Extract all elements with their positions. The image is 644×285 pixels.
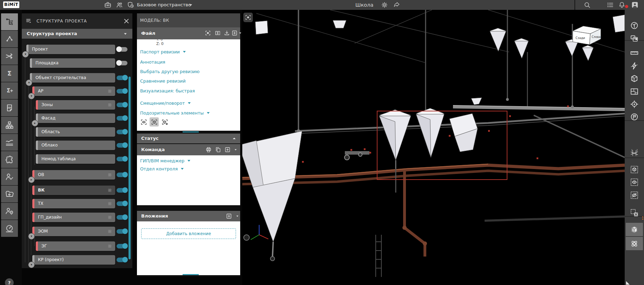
- team-link-1[interactable]: ГИП/BIM менеджер: [140, 158, 190, 163]
- left-tool-user-location[interactable]: [1, 203, 18, 220]
- tree-item-Объект строительства[interactable]: Объект строительства: [30, 73, 115, 83]
- expand-collapse-icon[interactable]: ▾: [28, 93, 35, 99]
- file-link-2[interactable]: Аннотация: [140, 59, 165, 65]
- tree-item-ЭГ[interactable]: ЭГ: [36, 241, 115, 251]
- ruler-icon[interactable]: [630, 48, 639, 57]
- left-tool-sheet-2d[interactable]: 2D: [1, 99, 18, 116]
- visibility-toggle-АР[interactable]: [117, 89, 127, 93]
- tree-item-ЭОМ[interactable]: ЭОМ: [32, 227, 115, 236]
- file-link-6[interactable]: Смещение/поворот: [140, 101, 191, 106]
- isolate-cube-icon[interactable]: [630, 165, 639, 174]
- visibility-toggle-ТХ[interactable]: [117, 201, 127, 206]
- expand-collapse-icon[interactable]: ▾: [28, 233, 35, 240]
- tree-item-ОВ[interactable]: ОВ: [32, 170, 115, 180]
- briefcase-icon[interactable]: [104, 1, 112, 9]
- view-cube[interactable]: Сзади Слева: [573, 26, 601, 45]
- left-tool-gauge[interactable]: [1, 220, 18, 237]
- expand-collapse-icon[interactable]: ▾: [28, 261, 35, 268]
- expand-collapse-icon[interactable]: ▾: [22, 51, 29, 58]
- split-view-icon[interactable]: [215, 30, 221, 36]
- team-section-header[interactable]: Команда: [137, 144, 240, 155]
- flag-icon[interactable]: [630, 112, 639, 121]
- download-icon[interactable]: [224, 30, 230, 36]
- orbit-icon[interactable]: [630, 239, 639, 248]
- left-tool-project-structure[interactable]: [1, 13, 18, 30]
- section-cube-icon[interactable]: [630, 74, 639, 83]
- select-shape-icon[interactable]: [630, 34, 639, 43]
- focus-frame-icon[interactable]: [205, 30, 211, 36]
- left-tool-folder-import[interactable]: [1, 186, 18, 202]
- left-tool-hierarchy[interactable]: [1, 117, 18, 134]
- hide-eye-icon[interactable]: [630, 191, 639, 200]
- chevron-down-icon[interactable]: [235, 213, 240, 219]
- tree-item-Проект[interactable]: Проект: [26, 45, 115, 54]
- structure-dropdown[interactable]: Структура проекта: [22, 29, 132, 39]
- view-button-cube-dot-frame[interactable]: [160, 117, 169, 127]
- status-section-header[interactable]: Статус: [137, 134, 240, 143]
- panel-resize-handle[interactable]: [626, 281, 630, 285]
- attachments-section-header[interactable]: Вложения: [137, 211, 240, 221]
- expand-open-icon[interactable]: ▸: [28, 176, 35, 183]
- visibility-toggle-ЭГ[interactable]: [117, 244, 127, 248]
- add-attachment-button[interactable]: Добавить вложение: [141, 228, 236, 239]
- workspace-selector[interactable]: Базовое пространство: [137, 0, 191, 10]
- list-icon[interactable]: [606, 1, 614, 9]
- target-icon[interactable]: [630, 100, 639, 109]
- visibility-toggle-Фасад[interactable]: [117, 116, 127, 121]
- tree-item-Облако[interactable]: Облако: [36, 141, 115, 150]
- visibility-toggle-Облако[interactable]: [117, 143, 127, 148]
- help-button[interactable]: ?: [5, 278, 14, 285]
- viewport-focus-button[interactable]: [243, 13, 253, 22]
- left-tool-sum-plus[interactable]: Σ: [1, 82, 18, 99]
- file-link-3[interactable]: Выбрать другую ревизию: [140, 69, 199, 74]
- chevron-down-icon[interactable]: [238, 30, 243, 36]
- left-tool-node-link[interactable]: [1, 31, 18, 47]
- clear-selection-icon[interactable]: [630, 208, 639, 217]
- chevron-down-icon[interactable]: [233, 147, 238, 153]
- left-tool-sum[interactable]: Σ: [1, 65, 18, 82]
- chevron-down-icon[interactable]: [187, 1, 194, 8]
- plant-icon[interactable]: [630, 21, 639, 30]
- file-link-4[interactable]: Сравнение ревизий: [140, 78, 186, 84]
- 3d-scene[interactable]: Сзади Слева: [242, 10, 625, 285]
- left-tool-trend-chart[interactable]: [1, 134, 18, 151]
- menu-indent-icon[interactable]: [25, 17, 33, 25]
- add-box-icon[interactable]: [226, 213, 232, 219]
- file-link-1[interactable]: Паспорт ревизии: [140, 49, 186, 54]
- tree-item-ВК[interactable]: ВК: [32, 186, 115, 195]
- bell-icon[interactable]: [618, 1, 626, 9]
- left-tool-plugin[interactable]: [1, 151, 18, 168]
- team-link-2[interactable]: Отдел контроля: [140, 166, 184, 171]
- copy-icon[interactable]: [215, 147, 221, 153]
- gear-icon[interactable]: [381, 1, 388, 8]
- avatar-icon[interactable]: [631, 1, 639, 9]
- add-box-icon[interactable]: [224, 147, 231, 153]
- axes-icon[interactable]: 12: [630, 149, 639, 157]
- viewport-3d[interactable]: Сзади Слева: [242, 10, 625, 285]
- tree-item-Немод.таблица[interactable]: Немод.таблица: [36, 154, 115, 164]
- file-link-7[interactable]: Подозрительные элементы: [140, 110, 210, 116]
- visibility-toggle-ВК[interactable]: [117, 188, 127, 193]
- view-button-eye-frame[interactable]: [139, 117, 148, 127]
- tree-item-КР (проект)[interactable]: КР (проект): [32, 255, 115, 265]
- tree-item-ТХ[interactable]: ТХ: [32, 199, 115, 208]
- tree-scrollbar[interactable]: [129, 77, 131, 259]
- tree-item-ГП_дизайн[interactable]: ГП_дизайн: [32, 213, 115, 222]
- expand-collapse-icon[interactable]: ▾: [26, 79, 32, 86]
- visibility-toggle-Площадка[interactable]: [117, 61, 127, 65]
- visibility-toggle-Область[interactable]: [117, 130, 127, 134]
- view-cube-icon[interactable]: [630, 225, 639, 234]
- floorplan-icon[interactable]: [630, 87, 639, 96]
- bimit-logo[interactable]: BiMiT: [3, 1, 19, 8]
- section-resize-handle[interactable]: [183, 274, 199, 275]
- visibility-toggle-КР (проект)[interactable]: [117, 258, 127, 262]
- expand-open-icon[interactable]: ▸: [32, 120, 38, 127]
- share-icon[interactable]: [393, 1, 400, 8]
- left-tool-connections[interactable]: [1, 48, 18, 65]
- visibility-toggle-ЭОМ[interactable]: [117, 229, 127, 234]
- collapse-up-icon[interactable]: [231, 135, 237, 142]
- file-section-header[interactable]: Файл: [137, 27, 240, 39]
- visibility-toggle-Проект[interactable]: [117, 47, 127, 52]
- close-icon[interactable]: [123, 18, 130, 25]
- left-tool-user-check[interactable]: [1, 168, 18, 185]
